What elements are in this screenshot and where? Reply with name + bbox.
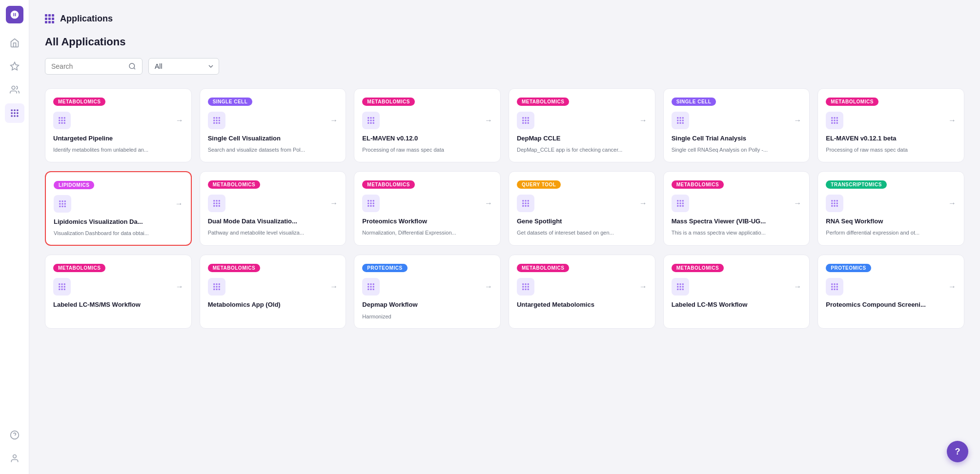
svg-rect-29	[218, 120, 220, 121]
app-tag: LIPIDOMICS	[54, 181, 94, 189]
app-card-single-cell-vis[interactable]: SINGLE CELL → Single Cell Visualization …	[200, 88, 347, 162]
app-card-metabolomics-app-old[interactable]: METABOLOMICS → Metabolomics App (Old)	[200, 255, 347, 329]
app-icon	[672, 195, 689, 212]
app-card-proteomics-compound[interactable]: PROTEOMICS → Proteomics Compound Screeni…	[817, 255, 964, 329]
app-desc: Get datasets of intereset based on gen..…	[517, 229, 647, 237]
app-card-icons: →	[362, 195, 492, 212]
search-input[interactable]	[51, 62, 124, 70]
svg-rect-154	[525, 286, 526, 288]
app-card-single-cell-trial[interactable]: SINGLE CELL → Single Cell Trial Analysis…	[663, 88, 810, 162]
sidebar-item-star[interactable]	[5, 57, 24, 76]
app-desc: Pathway and metabolite level visualiza..…	[208, 229, 338, 237]
svg-rect-95	[373, 205, 374, 206]
app-icon	[208, 195, 225, 212]
svg-rect-78	[213, 200, 215, 201]
svg-rect-57	[677, 122, 678, 124]
app-card-gene-spotlight[interactable]: QUERY TOOL → Gene Spotlight Get datasets…	[509, 171, 655, 246]
app-logo[interactable]	[6, 6, 23, 23]
app-arrow-icon: →	[330, 116, 338, 125]
svg-rect-28	[216, 120, 217, 121]
svg-rect-17	[64, 117, 65, 118]
sidebar-item-user[interactable]	[5, 449, 24, 468]
sidebar-item-home[interactable]	[5, 33, 24, 53]
app-tag: SINGLE CELL	[672, 98, 716, 106]
svg-rect-19	[61, 120, 63, 121]
svg-rect-138	[213, 289, 215, 290]
app-grid-row3: METABOLOMICS → Labeled LC-MS/MS Workflow…	[45, 255, 964, 329]
svg-rect-98	[528, 200, 529, 201]
svg-rect-173	[837, 286, 838, 288]
svg-rect-159	[677, 284, 678, 285]
app-card-untargeted-metabolomics[interactable]: METABOLOMICS → Untargeted Metabolomics	[509, 255, 655, 329]
help-button[interactable]: ?	[947, 441, 968, 462]
svg-rect-25	[216, 117, 217, 118]
svg-rect-97	[525, 200, 526, 201]
app-desc: Processing of raw mass spec data	[826, 146, 956, 154]
svg-point-13	[13, 455, 16, 458]
svg-rect-81	[213, 202, 215, 204]
svg-rect-128	[64, 286, 65, 288]
svg-rect-22	[61, 122, 63, 124]
svg-rect-62	[837, 117, 838, 118]
app-card-el-maven-0-12-1[interactable]: METABOLOMICS → EL-MAVEN v0.12.1 beta Pro…	[817, 88, 964, 162]
svg-rect-123	[59, 284, 60, 285]
app-arrow-icon: →	[794, 116, 801, 125]
apps-grid-icon	[45, 14, 54, 23]
sidebar-item-people[interactable]	[5, 80, 24, 99]
app-card-depmap-ccle[interactable]: METABOLOMICS → DepMap CCLE DepMap_CCLE a…	[509, 88, 655, 162]
svg-rect-111	[677, 205, 678, 206]
svg-rect-127	[61, 286, 63, 288]
app-arrow-icon: →	[948, 199, 956, 208]
app-arrow-icon: →	[485, 116, 492, 125]
svg-rect-82	[216, 202, 217, 204]
sidebar-item-apps[interactable]	[5, 103, 24, 123]
svg-rect-147	[368, 289, 369, 290]
app-tag: METABOLOMICS	[672, 264, 724, 272]
svg-rect-66	[832, 122, 833, 124]
svg-rect-60	[832, 117, 833, 118]
svg-rect-120	[832, 205, 833, 206]
svg-rect-35	[373, 117, 374, 118]
svg-rect-175	[834, 289, 836, 290]
app-icon	[826, 195, 843, 212]
svg-rect-7	[17, 112, 18, 114]
svg-rect-50	[528, 122, 529, 124]
sidebar-item-help[interactable]	[5, 425, 24, 445]
app-card-lipidomics-vis[interactable]: LIPIDOMICS → Lipidomics Visualization Da…	[45, 171, 192, 246]
app-card-icons: →	[826, 112, 956, 129]
app-card-untargeted-pipeline[interactable]: METABOLOMICS → Untargeted Pipeline Ident…	[45, 88, 192, 162]
svg-rect-151	[525, 284, 526, 285]
app-icon	[672, 278, 689, 296]
svg-rect-140	[218, 289, 220, 290]
svg-rect-23	[64, 122, 65, 124]
app-desc: Identify metabolites from unlabeled an..…	[53, 146, 184, 154]
app-title: Gene Spotlight	[517, 217, 647, 226]
app-card-labeled-lcms[interactable]: METABOLOMICS → Labeled LC-MS Workflow	[663, 255, 810, 329]
svg-rect-15	[59, 117, 60, 118]
svg-rect-129	[59, 289, 60, 290]
app-card-depmap-workflow[interactable]: PROTEOMICS → Depmap Workflow Harmonized	[354, 255, 501, 329]
app-card-labeled-lcmsms[interactable]: METABOLOMICS → Labeled LC-MS/MS Workflow	[45, 255, 192, 329]
svg-rect-87	[368, 200, 369, 201]
app-desc: Processing of raw mass spec data	[362, 146, 492, 154]
svg-rect-96	[522, 200, 524, 201]
svg-rect-104	[528, 205, 529, 206]
app-tag: PROTEOMICS	[362, 264, 407, 272]
app-card-rna-seq-workflow[interactable]: TRANSCRIPTOMICS → RNA Seq Workflow Perfo…	[817, 171, 964, 246]
app-card-proteomics-workflow[interactable]: METABOLOMICS → Proteomics Workflow Norma…	[354, 171, 501, 246]
app-arrow-icon: →	[794, 199, 801, 208]
app-icon	[208, 112, 225, 129]
svg-rect-31	[216, 122, 217, 124]
svg-rect-115	[834, 200, 836, 201]
category-filter[interactable]: All Metabolomics Single Cell Lipidomics …	[148, 58, 219, 75]
svg-rect-76	[62, 205, 63, 207]
svg-rect-6	[14, 112, 15, 114]
app-icon	[826, 112, 843, 129]
app-card-dual-mode[interactable]: METABOLOMICS → Dual Mode Data Visualizat…	[200, 171, 347, 246]
app-tag: METABOLOMICS	[362, 98, 414, 106]
app-arrow-icon: →	[485, 282, 492, 291]
svg-rect-74	[64, 203, 66, 204]
app-card-mass-spectra-viewer[interactable]: METABOLOMICS → Mass Spectra Viewer (VIB-…	[663, 171, 810, 246]
app-card-el-maven-0-12[interactable]: METABOLOMICS → EL-MAVEN v0.12.0 Processi…	[354, 88, 501, 162]
app-tag: METABOLOMICS	[672, 180, 724, 189]
